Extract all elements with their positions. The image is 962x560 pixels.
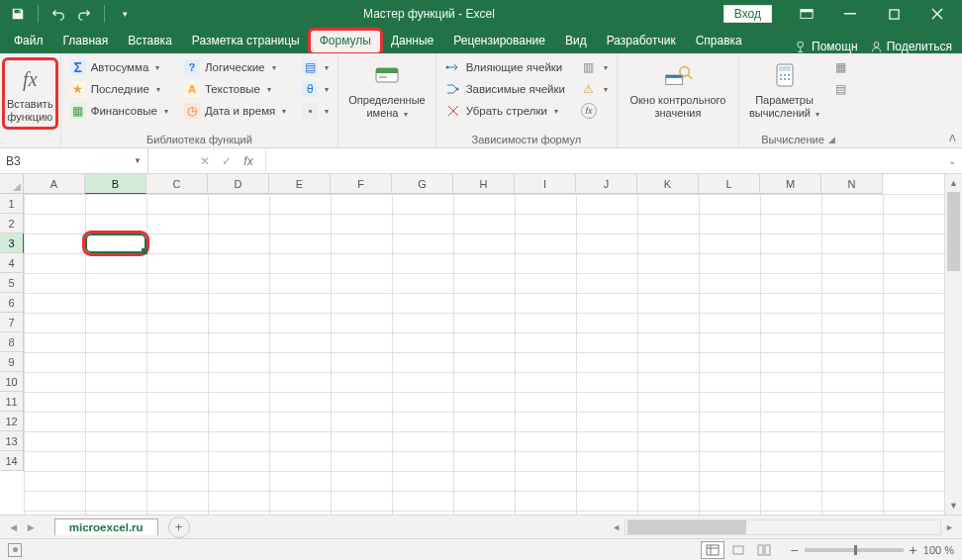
hscroll-thumb[interactable] <box>627 520 746 534</box>
column-header[interactable]: H <box>453 174 515 194</box>
fill-handle[interactable] <box>142 248 147 254</box>
select-all-corner[interactable] <box>0 174 24 194</box>
view-normal-button[interactable] <box>701 541 724 559</box>
zoom-level[interactable]: 100 % <box>923 544 954 556</box>
tab-developer[interactable]: Разработчик <box>597 30 686 53</box>
share-button[interactable]: Поделиться <box>870 40 952 53</box>
math-button[interactable]: θ▾ <box>299 79 332 99</box>
scroll-down-icon[interactable]: ▼ <box>945 497 962 514</box>
column-header[interactable]: A <box>24 174 85 194</box>
tab-home[interactable]: Главная <box>53 30 119 53</box>
tab-layout[interactable]: Разметка страницы <box>182 30 310 53</box>
sheet-nav-prev-icon[interactable]: ◄ <box>8 521 19 533</box>
tab-data[interactable]: Данные <box>381 30 443 53</box>
column-header[interactable]: M <box>760 174 821 194</box>
tab-insert[interactable]: Вставка <box>118 30 182 53</box>
undo-icon[interactable] <box>48 4 68 24</box>
datetime-button[interactable]: ◷ Дата и время▾ <box>181 101 289 121</box>
view-pagebreak-button[interactable] <box>752 541 776 559</box>
evaluate-button[interactable]: fx <box>578 101 611 121</box>
column-header[interactable]: I <box>515 174 576 194</box>
row-header[interactable]: 8 <box>0 332 24 352</box>
recent-button[interactable]: ★ Последние▾ <box>67 79 171 99</box>
maximize-button[interactable] <box>873 0 914 28</box>
row-header[interactable]: 11 <box>0 392 24 412</box>
expand-formula-icon[interactable]: ⌄ <box>942 148 962 173</box>
column-header[interactable]: D <box>208 174 269 194</box>
text-button[interactable]: A Текстовые▾ <box>181 79 289 99</box>
show-formulas-button[interactable]: ▥▾ <box>578 57 611 77</box>
row-header[interactable]: 1 <box>0 194 24 214</box>
defined-names-button[interactable]: Определенные имена ▾ <box>344 57 429 122</box>
row-header[interactable]: 4 <box>0 253 24 273</box>
tab-help[interactable]: Справка <box>686 30 752 53</box>
column-header[interactable]: E <box>269 174 331 194</box>
tab-file[interactable]: Файл <box>4 30 53 53</box>
redo-icon[interactable] <box>74 4 94 24</box>
calc-now-button[interactable]: ▦ <box>829 57 851 77</box>
row-header[interactable]: 13 <box>0 431 24 451</box>
logical-button[interactable]: ? Логические▾ <box>181 57 289 77</box>
row-header[interactable]: 14 <box>0 451 24 471</box>
qat-customize-icon[interactable]: ▾ <box>115 4 135 24</box>
tell-me-button[interactable]: Помощн <box>795 40 858 53</box>
row-header[interactable]: 2 <box>0 214 24 233</box>
error-check-button[interactable]: ⚠▾ <box>578 79 611 99</box>
calc-sheet-button[interactable]: ▤ <box>829 79 851 99</box>
formula-input[interactable] <box>266 148 942 173</box>
close-button[interactable] <box>916 0 958 28</box>
signin-button[interactable]: Вход <box>723 5 772 23</box>
macro-record-icon[interactable] <box>8 543 22 557</box>
scroll-thumb[interactable] <box>947 192 960 271</box>
row-header[interactable]: 6 <box>0 293 24 313</box>
add-sheet-button[interactable]: + <box>168 516 190 538</box>
column-header[interactable]: K <box>637 174 699 194</box>
collapse-ribbon-icon[interactable]: ᐱ <box>949 133 956 143</box>
zoom-in-button[interactable]: + <box>910 542 917 558</box>
hscroll-left-icon[interactable]: ◄ <box>608 522 625 532</box>
fx-bar-icon[interactable]: fx <box>240 154 257 168</box>
tab-review[interactable]: Рецензирование <box>443 30 555 53</box>
vertical-scrollbar[interactable]: ▲ ▼ <box>944 174 962 514</box>
tab-view[interactable]: Вид <box>555 30 597 53</box>
row-header[interactable]: 5 <box>0 273 24 293</box>
row-header[interactable]: 12 <box>0 412 24 431</box>
spreadsheet-grid[interactable]: ABCDEFGHIJKLMN 1234567891011121314 ▲ ▼ <box>0 174 962 514</box>
horizontal-scrollbar[interactable] <box>625 519 941 535</box>
row-header[interactable]: 3 <box>0 233 24 253</box>
trace-precedents-button[interactable]: Влияющие ячейки <box>442 57 568 77</box>
column-header[interactable]: B <box>85 174 146 194</box>
column-header[interactable]: N <box>821 174 883 194</box>
zoom-out-button[interactable]: − <box>790 542 798 558</box>
dialog-launcher-icon[interactable]: ◢ <box>828 135 835 144</box>
tab-formulas[interactable]: Формулы <box>310 30 381 53</box>
watch-window-button[interactable]: Окно контрольного значения <box>624 57 732 122</box>
active-cell[interactable] <box>85 233 146 253</box>
more-fn-button[interactable]: ▪▾ <box>299 101 332 121</box>
column-header[interactable]: C <box>146 174 208 194</box>
ribbon-options-icon[interactable] <box>786 0 827 28</box>
minimize-button[interactable] <box>829 0 871 28</box>
zoom-slider[interactable] <box>805 548 904 552</box>
remove-arrows-button[interactable]: Убрать стрелки▾ <box>442 101 568 121</box>
autosum-button[interactable]: Σ Автосумма▾ <box>67 57 171 77</box>
column-header[interactable]: G <box>392 174 453 194</box>
scroll-up-icon[interactable]: ▲ <box>945 174 962 192</box>
view-layout-button[interactable] <box>726 541 750 559</box>
row-header[interactable]: 7 <box>0 313 24 332</box>
chevron-down-icon[interactable]: ▼ <box>134 156 142 165</box>
column-header[interactable]: J <box>576 174 637 194</box>
hscroll-right-icon[interactable]: ► <box>941 522 958 532</box>
calc-options-button[interactable]: Параметры вычислений ▾ <box>745 57 823 122</box>
save-icon[interactable] <box>8 4 28 24</box>
row-header[interactable]: 10 <box>0 372 24 392</box>
financial-button[interactable]: ▦ Финансовые▾ <box>67 101 171 121</box>
column-header[interactable]: F <box>331 174 392 194</box>
cell-area[interactable] <box>24 194 944 514</box>
insert-function-button[interactable]: fx Вставить функцию <box>2 57 58 130</box>
sheet-nav-next-icon[interactable]: ► <box>25 521 36 533</box>
sheet-tab[interactable]: microexcel.ru <box>54 518 158 535</box>
row-header[interactable]: 9 <box>0 352 24 372</box>
lookup-button[interactable]: ▤▾ <box>299 57 332 77</box>
trace-dependents-button[interactable]: Зависимые ячейки <box>442 79 568 99</box>
